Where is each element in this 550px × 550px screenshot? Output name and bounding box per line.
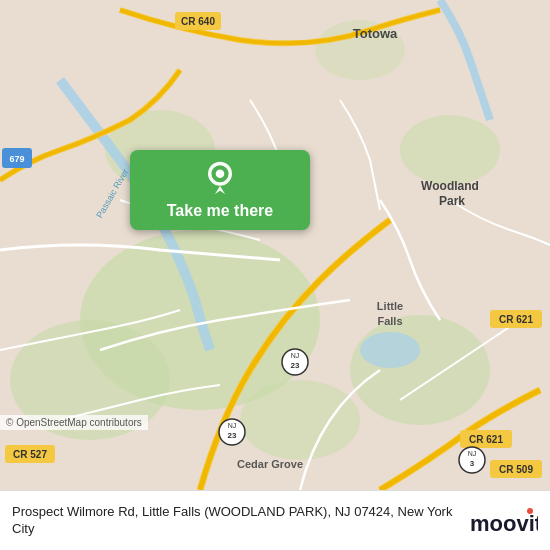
svg-text:679: 679: [9, 154, 24, 164]
svg-point-6: [400, 115, 500, 185]
svg-text:3: 3: [470, 459, 475, 468]
svg-text:23: 23: [291, 361, 300, 370]
svg-text:CR 621: CR 621: [499, 314, 533, 325]
svg-text:CR 509: CR 509: [499, 464, 533, 475]
svg-point-3: [350, 315, 490, 425]
svg-text:CR 621: CR 621: [469, 434, 503, 445]
location-pin-icon: [202, 160, 238, 196]
svg-point-41: [527, 508, 533, 514]
svg-text:Park: Park: [439, 194, 465, 208]
svg-text:NJ: NJ: [228, 422, 237, 429]
take-me-there-label: Take me there: [167, 202, 273, 220]
svg-text:23: 23: [228, 431, 237, 440]
svg-text:Woodland: Woodland: [421, 179, 479, 193]
moovit-logo-svg: moovit: [468, 505, 538, 537]
copyright-text: © OpenStreetMap contributors: [6, 417, 142, 428]
svg-text:CR 640: CR 640: [181, 16, 215, 27]
map-container: CR 527 CR 621 CR 621 679 CR 640 NJ 23 NJ…: [0, 0, 550, 490]
svg-point-8: [360, 332, 420, 368]
svg-text:NJ: NJ: [291, 352, 300, 359]
svg-text:Totowa: Totowa: [353, 26, 398, 41]
moovit-logo: moovit: [468, 505, 538, 537]
svg-point-4: [240, 380, 360, 460]
svg-text:NJ: NJ: [468, 450, 477, 457]
svg-text:Falls: Falls: [377, 315, 402, 327]
take-me-there-button[interactable]: Take me there: [130, 150, 310, 230]
bottom-bar: Prospect Wilmore Rd, Little Falls (WOODL…: [0, 490, 550, 550]
svg-text:Cedar Grove: Cedar Grove: [237, 458, 303, 470]
svg-point-39: [216, 169, 225, 178]
svg-text:moovit: moovit: [470, 511, 538, 536]
copyright-bar: © OpenStreetMap contributors: [0, 415, 148, 430]
svg-text:Little: Little: [377, 300, 403, 312]
address-text: Prospect Wilmore Rd, Little Falls (WOODL…: [12, 504, 458, 538]
svg-text:CR 527: CR 527: [13, 449, 47, 460]
